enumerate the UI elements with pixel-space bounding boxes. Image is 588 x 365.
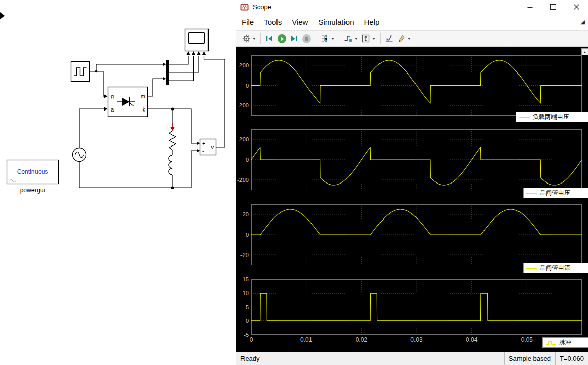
pulse-generator-block[interactable] bbox=[71, 62, 90, 82]
stop-icon bbox=[302, 34, 312, 44]
legend-label: 晶闸管电流 bbox=[540, 264, 570, 272]
thyristor-block[interactable]: g a m k bbox=[108, 87, 148, 117]
menu-view[interactable]: View bbox=[287, 15, 313, 29]
model-diagram: g a m k bbox=[0, 0, 236, 365]
toolbar-separator bbox=[380, 33, 381, 44]
ac-voltage-source-block[interactable] bbox=[73, 148, 86, 162]
settings-gear-icon bbox=[241, 34, 251, 43]
scope-input-ports bbox=[186, 51, 206, 55]
y-tick-label: 0 bbox=[246, 157, 249, 163]
wire-demux-to-scope2 bbox=[169, 56, 194, 81]
plot-thyristor-voltage[interactable]: 2000-200 bbox=[236, 129, 582, 190]
inductor-icon bbox=[169, 155, 172, 175]
x-tick-label: 0 bbox=[243, 336, 260, 343]
scope-toolbar bbox=[236, 30, 588, 47]
wire-pulse-to-demux bbox=[96, 64, 163, 71]
stop-button[interactable] bbox=[300, 32, 313, 45]
close-button[interactable] bbox=[565, 0, 588, 14]
voltage-measurement-block[interactable]: + - v bbox=[200, 139, 216, 155]
signal-selector-button[interactable] bbox=[319, 32, 331, 45]
powergui-block[interactable]: Continuous powergui bbox=[7, 160, 59, 194]
step-back-icon bbox=[265, 34, 274, 43]
y-tick-label: 5 bbox=[246, 304, 249, 310]
plot-thyristor-current[interactable]: 200-20 bbox=[236, 204, 582, 265]
signal-selector-dropdown-caret-icon[interactable] bbox=[331, 38, 334, 40]
legend-pulse[interactable]: 脉冲 bbox=[542, 337, 588, 348]
legend-thyristor-voltage[interactable]: 晶闸管电压 bbox=[523, 188, 588, 198]
trigger-dropdown-caret-icon[interactable] bbox=[355, 38, 358, 40]
y-tick-label: -200 bbox=[237, 177, 249, 183]
maximize-icon bbox=[550, 4, 556, 10]
port-label-a: a bbox=[111, 106, 114, 113]
scroll-up-button[interactable]: ▲ bbox=[581, 48, 588, 55]
settings-gear-button[interactable] bbox=[240, 32, 252, 45]
wire-source-to-vm-minus bbox=[79, 151, 197, 188]
menu-simulation[interactable]: Simulation bbox=[313, 15, 359, 29]
settings-dropdown-caret-icon[interactable] bbox=[253, 38, 256, 40]
step-forward-icon bbox=[290, 34, 299, 43]
plot-load-voltage[interactable]: 2000-200 bbox=[236, 55, 582, 116]
series-rlc-branch-block[interactable] bbox=[169, 109, 176, 188]
y-tick-label: 0 bbox=[246, 83, 249, 89]
wire-pulse-to-gate bbox=[90, 71, 105, 96]
demux-block[interactable] bbox=[166, 60, 169, 85]
legend-line-icon bbox=[526, 193, 537, 194]
trigger-button[interactable] bbox=[342, 32, 354, 45]
highlight-style-button[interactable] bbox=[395, 32, 407, 45]
signal-selector-icon bbox=[320, 34, 329, 43]
vm-plus-label: + bbox=[202, 141, 205, 147]
branch-arrow-icon bbox=[171, 123, 175, 131]
maximize-button[interactable] bbox=[541, 0, 565, 14]
status-ready-label: Ready bbox=[236, 355, 260, 362]
scope-plot-panel: 2000-200 2000-200 200-20 151050-5 00.010… bbox=[236, 47, 588, 352]
highlight-style-icon bbox=[397, 34, 406, 43]
run-button[interactable] bbox=[275, 32, 288, 45]
legend-thyristor-current[interactable]: 晶闸管电流 bbox=[523, 263, 588, 273]
simulink-model-canvas: g a m k bbox=[0, 0, 236, 365]
legend-label: 负载两端电压 bbox=[533, 113, 569, 121]
menu-file[interactable]: File bbox=[236, 15, 259, 29]
toolbar-collapse-icon[interactable]: ◢ bbox=[581, 19, 585, 25]
resistor-icon bbox=[169, 131, 176, 150]
step-forward-button[interactable] bbox=[288, 32, 300, 45]
legend-load-voltage[interactable]: 负载两端电压 bbox=[516, 112, 588, 122]
menu-help[interactable]: Help bbox=[359, 15, 385, 29]
x-tick-label: 0.03 bbox=[408, 336, 425, 343]
vm-minus-label: - bbox=[202, 148, 204, 154]
scope-block[interactable] bbox=[185, 29, 209, 56]
axes-scale-button[interactable] bbox=[360, 32, 372, 45]
step-back-button[interactable] bbox=[263, 32, 275, 45]
wires bbox=[79, 56, 225, 188]
vm-v-label: v bbox=[211, 144, 214, 150]
y-tick-label: 15 bbox=[243, 276, 249, 282]
toolbar-separator bbox=[316, 33, 316, 44]
y-tick-label: 20 bbox=[243, 211, 249, 217]
legend-step-line-icon bbox=[545, 340, 557, 346]
toolbar-separator bbox=[339, 33, 339, 44]
y-tick-label: 200 bbox=[239, 62, 249, 68]
x-tick-label: 0.02 bbox=[353, 336, 370, 343]
minimize-button[interactable] bbox=[518, 0, 541, 14]
scope-app-icon bbox=[240, 3, 249, 11]
window-title: Scope bbox=[253, 3, 271, 11]
wire-source-to-anode bbox=[79, 109, 104, 148]
minimize-icon bbox=[527, 4, 533, 10]
toolbar-separator bbox=[260, 33, 261, 44]
wire-m-to-demux bbox=[148, 79, 163, 96]
y-tick-label: -20 bbox=[240, 252, 249, 258]
menu-tools[interactable]: Tools bbox=[259, 15, 287, 29]
plot-pulse[interactable]: 151050-5 bbox=[236, 279, 582, 335]
highlight-style-dropdown-caret-icon[interactable] bbox=[408, 38, 411, 40]
y-tick-label: -200 bbox=[237, 102, 249, 108]
trigger-icon bbox=[343, 34, 353, 43]
canvas-edge-arrow-icon[interactable] bbox=[0, 12, 5, 19]
x-tick-label: 0.05 bbox=[518, 336, 535, 343]
signal-measure-button[interactable] bbox=[383, 32, 395, 45]
close-icon bbox=[574, 4, 579, 10]
port-label-m: m bbox=[141, 93, 145, 99]
axes-scale-icon bbox=[361, 34, 370, 43]
axes-scale-dropdown-caret-icon[interactable] bbox=[372, 38, 375, 40]
powergui-mode-label: Continuous bbox=[17, 168, 48, 175]
status-sample-mode: Sample based bbox=[504, 352, 555, 365]
statusbar: Ready Sample based T=0.060 bbox=[236, 352, 588, 365]
